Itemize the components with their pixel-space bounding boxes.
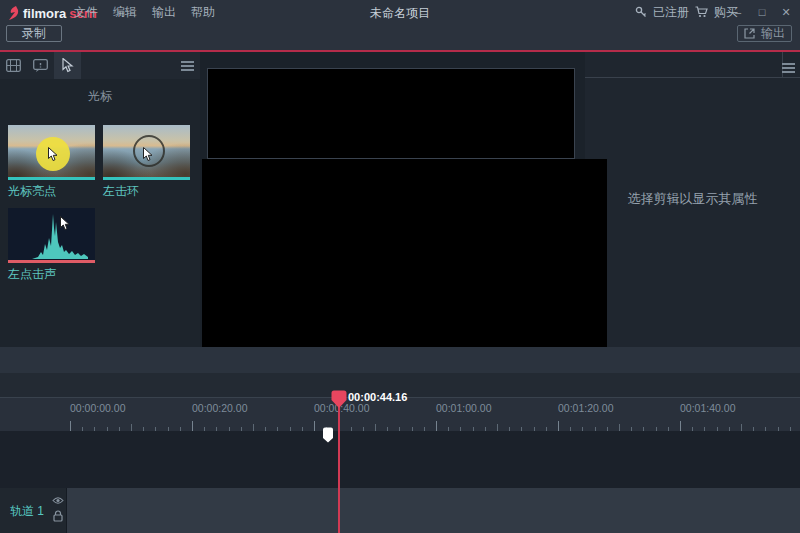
ruler-label: 00:00:00.00 xyxy=(70,402,125,414)
playhead-time-label: 00:00:44.16 xyxy=(348,391,407,403)
cursor-effect-highlight[interactable]: 光标亮点 xyxy=(8,125,95,200)
selection-bar xyxy=(103,177,190,180)
ruler-tick xyxy=(387,427,388,431)
minimize-button[interactable]: – xyxy=(726,6,750,18)
ruler-tick xyxy=(729,427,730,431)
timeline-track: 轨道 1 xyxy=(0,488,800,533)
menu-file[interactable]: 文件 xyxy=(74,4,98,21)
ruler-tick xyxy=(656,427,657,431)
section-title: 光标 xyxy=(0,88,200,105)
menu-export[interactable]: 输出 xyxy=(152,4,176,21)
menu-edit[interactable]: 编辑 xyxy=(113,4,137,21)
timeline-marker[interactable] xyxy=(322,427,334,443)
preview-frame xyxy=(207,68,575,159)
ruler-tick xyxy=(631,427,632,431)
playback-bar: 00:00:00 00:00:00 适应 1/2 ↖ xyxy=(0,347,800,373)
panel-menu-icon[interactable] xyxy=(181,59,194,73)
close-button[interactable]: ✕ xyxy=(774,6,798,19)
ruler-tick xyxy=(351,427,352,431)
properties-menu-icon[interactable] xyxy=(782,61,795,75)
ruler-tick xyxy=(82,427,83,431)
track-name: 轨道 1 xyxy=(10,503,44,520)
preview-video xyxy=(202,159,607,347)
ruler-tick xyxy=(546,427,547,431)
ruler-tick xyxy=(607,427,608,431)
playhead-handle[interactable] xyxy=(331,390,347,409)
ruler-tick xyxy=(241,427,242,431)
annotation-icon xyxy=(33,59,48,72)
key-icon[interactable] xyxy=(635,6,647,18)
ruler-tick xyxy=(375,424,376,431)
properties-empty-message: 选择剪辑以显示其属性 xyxy=(585,190,800,208)
menu-help[interactable]: 帮助 xyxy=(191,4,215,21)
ruler-tick xyxy=(485,427,486,431)
selection-bar xyxy=(8,177,95,180)
ruler-tick xyxy=(216,427,217,431)
ruler-tick xyxy=(753,427,754,431)
tab-media[interactable] xyxy=(0,52,27,79)
effect-label: 光标亮点 xyxy=(8,183,95,200)
track-header: 轨道 1 xyxy=(0,488,67,533)
ruler-tick xyxy=(741,424,742,431)
ruler-tick xyxy=(668,427,669,431)
ruler-tick xyxy=(436,421,437,431)
cart-icon[interactable] xyxy=(695,6,708,18)
ruler-tick xyxy=(143,427,144,431)
ruler-tick xyxy=(107,427,108,431)
ruler-tick xyxy=(595,427,596,431)
ruler-tick xyxy=(643,427,644,431)
record-button[interactable]: 录制 xyxy=(6,25,62,42)
track-lock-icon[interactable] xyxy=(53,510,63,522)
track-visibility-icon[interactable] xyxy=(52,496,64,505)
ruler-tick xyxy=(497,424,498,431)
ruler-tick xyxy=(180,427,181,431)
thumbnail-image xyxy=(8,208,95,260)
tab-cursor[interactable] xyxy=(54,52,81,79)
export-button-label: 输出 xyxy=(761,25,785,42)
registered-label[interactable]: 已注册 xyxy=(653,4,689,21)
ruler-tick xyxy=(424,427,425,431)
cursor-icon xyxy=(48,147,59,162)
tab-annotations[interactable] xyxy=(27,52,54,79)
ruler-tick xyxy=(570,427,571,431)
playhead-line[interactable] xyxy=(338,391,340,533)
ruler-tick xyxy=(790,427,791,431)
ruler-tick xyxy=(363,427,364,431)
effect-label: 左点击声 xyxy=(8,266,95,283)
export-button[interactable]: 输出 xyxy=(737,25,792,42)
ruler-tick xyxy=(765,427,766,431)
ruler-tick xyxy=(619,424,620,431)
cursor-icon xyxy=(143,147,154,162)
selection-bar xyxy=(8,260,95,263)
ruler-label: 00:01:00.00 xyxy=(436,402,491,414)
filmora-scrn-window: filmora scrn 文件 编辑 输出 帮助 未命名项目 已注册 购买 – … xyxy=(0,0,800,533)
ruler-tick xyxy=(460,427,461,431)
ruler-tick xyxy=(155,427,156,431)
cursor-effect-click-sound[interactable]: 左点击声 xyxy=(8,208,95,283)
ruler-tick xyxy=(265,427,266,431)
ruler-tick xyxy=(70,421,71,431)
ruler-tick xyxy=(704,427,705,431)
ruler-tick xyxy=(131,424,132,431)
ruler-label: 00:01:40.00 xyxy=(680,402,735,414)
ruler-tick xyxy=(168,427,169,431)
film-icon xyxy=(6,59,21,72)
ruler-tick xyxy=(399,427,400,431)
ruler-tick xyxy=(277,427,278,431)
cursor-effect-click-ring[interactable]: 左击环 xyxy=(103,125,190,200)
window-controls: – □ ✕ xyxy=(726,0,798,24)
ruler-tick xyxy=(253,424,254,431)
track-lane[interactable] xyxy=(67,488,800,533)
properties-header xyxy=(585,52,800,78)
thumbnail-image xyxy=(103,125,190,177)
ruler-tick xyxy=(534,427,535,431)
waveform xyxy=(8,208,95,260)
ruler-tick xyxy=(94,427,95,431)
cursor-tab-icon xyxy=(62,58,74,73)
thumbnail-image xyxy=(8,125,95,177)
ruler-tick xyxy=(778,427,779,431)
ruler-tick xyxy=(314,421,315,431)
ruler-tick xyxy=(302,427,303,431)
ruler-tick xyxy=(290,427,291,431)
maximize-button[interactable]: □ xyxy=(750,6,774,18)
